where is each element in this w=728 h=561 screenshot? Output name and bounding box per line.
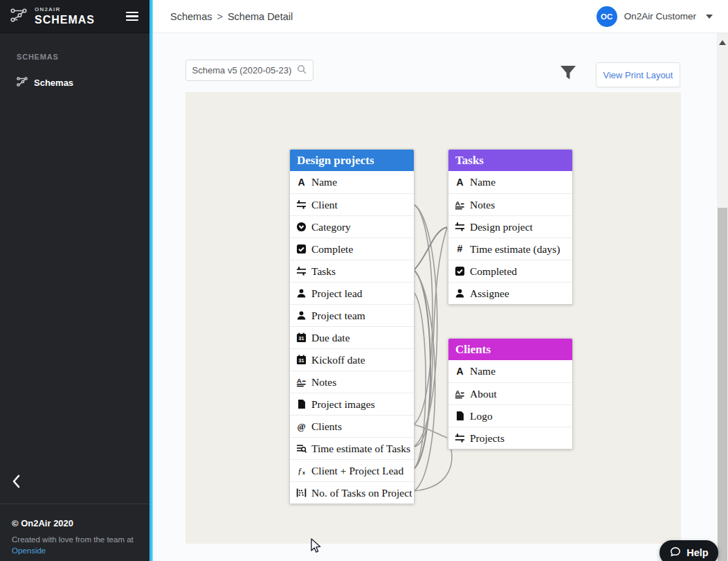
field-row[interactable]: 31Due date: [290, 326, 414, 348]
field-label: Notes: [470, 199, 495, 211]
schema-version-value: Schema v5 (2020-05-23): [192, 65, 292, 75]
table-header[interactable]: Clients: [448, 339, 572, 360]
svg-text:x: x: [302, 470, 305, 475]
brand-top: ON2AIR: [35, 7, 95, 12]
table-header[interactable]: Tasks: [448, 150, 572, 171]
brand: ON2AIR SCHEMAS: [35, 7, 95, 26]
brand-bottom: SCHEMAS: [35, 15, 95, 26]
avatar[interactable]: OC: [597, 6, 617, 27]
field-row[interactable]: Projects: [448, 427, 572, 449]
breadcrumb-root[interactable]: Schemas: [170, 11, 212, 22]
rollup-icon: @: [295, 421, 307, 432]
field-row[interactable]: AName: [290, 171, 414, 193]
table-card-design-projects[interactable]: Design projects ANameClientCategoryCompl…: [289, 149, 415, 504]
sidebar-header: ON2AIR SCHEMAS: [0, 0, 149, 33]
field-row[interactable]: Completed: [448, 260, 572, 282]
hamburger-menu-icon[interactable]: [125, 8, 140, 25]
field-row[interactable]: Category: [290, 215, 414, 238]
field-row[interactable]: ANotes: [448, 193, 572, 215]
single-select-icon: [295, 222, 307, 233]
field-row[interactable]: Project lead: [290, 282, 414, 304]
field-row[interactable]: ƒxClient + Project Lead: [290, 459, 414, 481]
scrollbar-thumb[interactable]: [718, 208, 727, 561]
schema-canvas[interactable]: [185, 92, 681, 544]
field-row[interactable]: ANotes: [290, 371, 414, 393]
sidebar: ON2AIR SCHEMAS SCHEMAS Schemas © On2Air …: [0, 0, 149, 561]
field-label: Kickoff date: [311, 354, 365, 366]
collapse-sidebar-icon[interactable]: [11, 474, 26, 490]
field-row[interactable]: AName: [448, 171, 572, 193]
view-print-layout-button[interactable]: View Print Layout: [596, 62, 680, 87]
schema-version-select[interactable]: Schema v5 (2020-05-23): [185, 60, 313, 81]
field-label: Design project: [470, 221, 533, 233]
single-line-text-icon: A: [295, 177, 307, 188]
field-label: Project images: [311, 398, 375, 411]
date-icon: 31: [295, 355, 307, 366]
field-row[interactable]: Complete: [290, 238, 414, 260]
top-bar: Schemas > Schema Detail OC On2Air Custom…: [153, 0, 728, 33]
user-name: On2Air Customer: [624, 11, 696, 21]
field-row[interactable]: Design project: [448, 215, 572, 238]
single-line-text-icon: A: [454, 366, 465, 377]
field-row[interactable]: Logo: [448, 404, 572, 427]
formula-icon: ƒx: [295, 465, 307, 477]
footer-tagline: Created with love from the team at: [12, 535, 143, 545]
breadcrumb-separator: >: [217, 11, 222, 22]
long-text-icon: A: [295, 377, 307, 388]
svg-text:A: A: [456, 177, 463, 188]
field-row[interactable]: Project images: [290, 393, 414, 415]
svg-text:@: @: [297, 421, 305, 431]
field-row[interactable]: 31Kickoff date: [290, 348, 414, 371]
sidebar-footer: © On2Air 2020 Created with love from the…: [12, 518, 143, 555]
field-row[interactable]: Time estimate of Tasks: [290, 437, 414, 459]
sidebar-footer-divider: [0, 504, 149, 504]
filter-icon[interactable]: [559, 64, 579, 82]
field-row[interactable]: Tasks: [290, 260, 414, 282]
sidebar-section-label: SCHEMAS: [0, 53, 149, 61]
count-icon: [295, 488, 307, 499]
scroll-up-arrow-icon[interactable]: [719, 40, 726, 45]
field-label: Project lead: [311, 287, 363, 300]
field-row[interactable]: #Time estimate (days): [448, 238, 572, 260]
field-row[interactable]: No. of Tasks on Project: [290, 481, 414, 504]
field-label: Name: [470, 176, 495, 188]
svg-text:31: 31: [298, 358, 304, 363]
field-label: Name: [470, 365, 495, 377]
field-label: Tasks: [311, 265, 336, 278]
openside-link[interactable]: Openside: [12, 546, 143, 555]
chat-bubble-icon: [669, 546, 682, 560]
number-icon: #: [454, 244, 465, 255]
help-button[interactable]: Help: [659, 540, 718, 561]
attachment-icon: [454, 411, 465, 422]
single-line-text-icon: A: [454, 177, 465, 188]
field-row[interactable]: Assignee: [448, 282, 572, 304]
field-label: Category: [311, 221, 351, 233]
table-header[interactable]: Design projects: [290, 150, 414, 171]
table-card-tasks[interactable]: Tasks ANameANotesDesign project#Time est…: [448, 149, 573, 305]
field-label: Project team: [311, 310, 365, 322]
vertical-scrollbar[interactable]: [717, 33, 728, 561]
date-icon: 31: [295, 332, 307, 344]
schemas-icon: [17, 77, 28, 89]
field-label: Client: [311, 199, 338, 211]
table-fields: ANameClientCategoryCompleteTasksProject …: [290, 171, 414, 504]
collaborator-icon: [295, 310, 307, 321]
field-label: Clients: [311, 420, 342, 433]
table-card-clients[interactable]: Clients ANameAAboutLogoProjects: [448, 338, 573, 449]
field-row[interactable]: Project team: [290, 304, 414, 326]
svg-text:A: A: [455, 389, 459, 396]
field-label: Name: [311, 176, 337, 188]
field-row[interactable]: @Clients: [290, 415, 414, 437]
link-record-icon: [454, 433, 465, 444]
sidebar-item-schemas[interactable]: Schemas: [0, 73, 149, 91]
field-row[interactable]: Client: [290, 193, 414, 215]
field-row[interactable]: AAbout: [448, 382, 572, 404]
field-label: Assignee: [470, 287, 509, 300]
field-row[interactable]: AName: [448, 360, 572, 382]
svg-text:A: A: [455, 199, 459, 207]
attachment-icon: [295, 399, 307, 410]
field-label: Logo: [470, 410, 493, 422]
breadcrumb: Schemas > Schema Detail: [170, 11, 293, 22]
user-menu[interactable]: OC On2Air Customer: [597, 6, 713, 27]
svg-text:A: A: [298, 177, 304, 188]
